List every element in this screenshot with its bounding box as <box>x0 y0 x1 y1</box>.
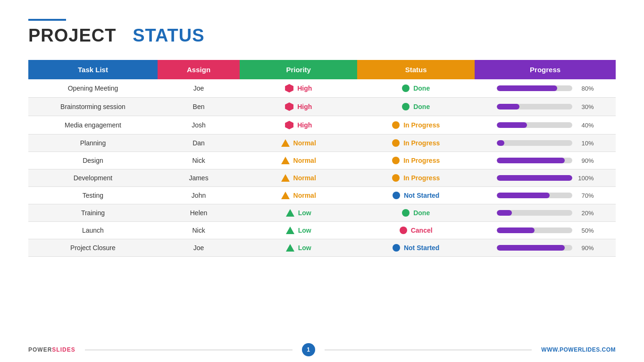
progress-percentage: 20% <box>576 210 594 217</box>
progress-bar-fill <box>497 175 572 181</box>
progress-bar-background <box>497 245 572 251</box>
brand-power: POWER <box>28 346 52 353</box>
status-label: Done <box>413 84 430 92</box>
cell-task: Planning <box>28 135 158 152</box>
col-header-task: Task List <box>28 60 158 79</box>
status-label: Cancel <box>411 227 433 234</box>
triangle-green-icon <box>286 209 294 217</box>
progress-bar-background <box>497 122 572 128</box>
status-dot-icon <box>393 244 400 252</box>
table-row: LaunchNickLowCancel50% <box>28 222 616 239</box>
priority-label: Low <box>298 244 311 252</box>
header-row: Task List Assign Priority Status Progres… <box>28 60 616 79</box>
status-dot-icon <box>402 84 410 92</box>
table-row: DesignNickNormalIn Progress90% <box>28 152 616 169</box>
status-dot-icon <box>392 121 400 129</box>
status-dot-icon <box>392 174 400 182</box>
priority-label: Low <box>298 209 311 217</box>
progress-percentage: 90% <box>576 157 594 164</box>
cell-progress: 30% <box>475 98 616 116</box>
cell-task: Training <box>28 204 158 222</box>
cell-status: Cancel <box>357 222 475 239</box>
cell-assign: Joe <box>158 79 240 98</box>
page-title: PROJECT STATUS <box>28 25 616 46</box>
progress-bar-background <box>497 85 572 91</box>
title-word-project: PROJECT <box>28 25 116 45</box>
progress-bar-background <box>497 140 572 146</box>
triangle-orange-icon <box>281 157 290 164</box>
progress-bar-fill <box>497 122 527 128</box>
title-word-status: STATUS <box>133 25 204 45</box>
progress-bar-fill <box>497 245 565 251</box>
priority-label: Normal <box>293 157 316 164</box>
priority-label: High <box>297 103 312 110</box>
progress-bar-fill <box>497 140 504 146</box>
table-row: DevelopmentJamesNormalIn Progress100% <box>28 169 616 187</box>
priority-label: Normal <box>293 174 316 182</box>
cell-task: Brainstorming session <box>28 98 158 116</box>
cell-task: Opening Meeting <box>28 79 158 98</box>
cell-priority: Normal <box>240 187 357 204</box>
cell-status: Done <box>357 98 475 116</box>
cell-status: In Progress <box>357 135 475 152</box>
progress-bar-fill <box>497 210 512 216</box>
footer-brand: POWERSLIDES <box>28 346 75 353</box>
cell-priority: High <box>240 98 357 116</box>
footer-line-left <box>85 350 293 350</box>
footer-page-number: 1 <box>302 343 315 356</box>
footer-website: WWW.POWERLIDES.COM <box>541 346 616 353</box>
hexagon-icon <box>285 121 293 129</box>
table-row: Media engagementJoshHighIn Progress40% <box>28 116 616 135</box>
triangle-green-icon <box>286 227 294 234</box>
page: PROJECT STATUS Task List Assign Priority… <box>0 0 644 337</box>
cell-priority: Normal <box>240 152 357 169</box>
progress-percentage: 90% <box>576 244 594 252</box>
project-table: Task List Assign Priority Status Progres… <box>28 60 616 257</box>
cell-progress: 90% <box>475 152 616 169</box>
cell-assign: Nick <box>158 222 240 239</box>
col-header-priority: Priority <box>240 60 357 79</box>
cell-progress: 80% <box>475 79 616 98</box>
progress-percentage: 70% <box>576 192 594 199</box>
cell-status: Not Started <box>357 187 475 204</box>
status-label: In Progress <box>403 139 440 147</box>
cell-priority: Normal <box>240 169 357 187</box>
footer-line-right <box>325 350 532 350</box>
table-row: Brainstorming sessionBenHighDone30% <box>28 98 616 116</box>
triangle-green-icon <box>286 244 294 252</box>
priority-label: High <box>297 84 312 92</box>
table-header: Task List Assign Priority Status Progres… <box>28 60 616 79</box>
cell-status: In Progress <box>357 169 475 187</box>
status-dot-icon <box>392 157 400 164</box>
cell-assign: James <box>158 169 240 187</box>
cell-task: Testing <box>28 187 158 204</box>
cell-assign: Nick <box>158 152 240 169</box>
brand-slides: SLIDES <box>52 346 75 353</box>
progress-bar-fill <box>497 104 519 109</box>
cell-progress: 50% <box>475 222 616 239</box>
progress-percentage: 10% <box>576 140 594 147</box>
status-label: Not Started <box>404 244 439 252</box>
cell-status: Not Started <box>357 239 475 257</box>
status-label: Done <box>413 103 430 110</box>
table-row: Opening MeetingJoeHighDone80% <box>28 79 616 98</box>
hexagon-icon <box>285 84 293 93</box>
status-label: Done <box>413 209 430 217</box>
table-row: Project ClosureJoeLowNot Started90% <box>28 239 616 257</box>
cell-status: Done <box>357 204 475 222</box>
progress-bar-background <box>497 193 572 198</box>
table-row: TrainingHelenLowDone20% <box>28 204 616 222</box>
triangle-orange-icon <box>281 139 290 147</box>
cell-assign: Dan <box>158 135 240 152</box>
cell-priority: High <box>240 79 357 98</box>
status-dot-icon <box>400 227 407 234</box>
priority-label: Low <box>298 227 311 234</box>
cell-progress: 20% <box>475 204 616 222</box>
progress-bar-background <box>497 175 572 181</box>
col-header-status: Status <box>357 60 475 79</box>
progress-bar-fill <box>497 193 550 198</box>
table-row: TestingJohnNormalNot Started70% <box>28 187 616 204</box>
progress-percentage: 40% <box>576 122 594 129</box>
cell-assign: Josh <box>158 116 240 135</box>
status-label: In Progress <box>403 121 440 129</box>
